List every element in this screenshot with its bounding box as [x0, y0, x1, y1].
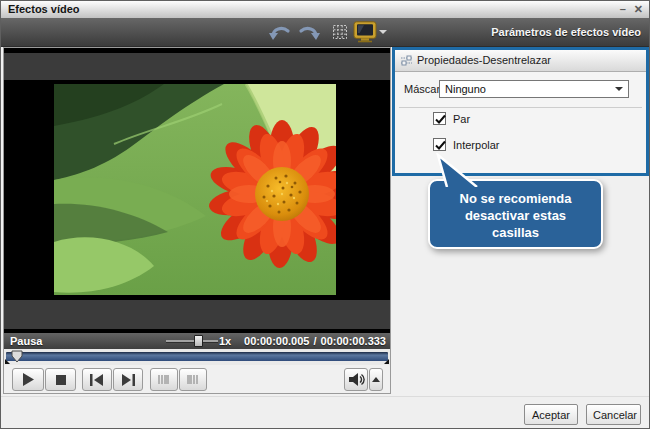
play-icon	[23, 373, 34, 386]
step-back-button[interactable]	[150, 368, 178, 391]
properties-title: Propiedades-Desentrelazar	[417, 50, 551, 71]
interpolar-checkbox-label: Interpolar	[453, 139, 499, 151]
trim-marker-right	[384, 359, 389, 364]
par-checkbox-label: Par	[453, 113, 470, 125]
previous-frame-icon	[90, 374, 104, 386]
check-icon	[434, 139, 447, 152]
check-icon	[434, 113, 447, 126]
time-separator: /	[313, 335, 316, 347]
step-back-icon	[158, 373, 171, 386]
panel-heading: Parámetros de efectos vídeo	[491, 18, 641, 46]
previous-frame-button[interactable]	[82, 368, 112, 391]
speaker-icon	[348, 372, 365, 387]
checkbox-row-interpolar[interactable]: Interpolar	[433, 138, 499, 151]
cancel-button[interactable]: Cancelar	[586, 404, 641, 425]
volume-popup-button[interactable]	[369, 368, 383, 391]
trim-marker-left	[5, 359, 10, 364]
stop-button[interactable]	[45, 368, 76, 391]
mask-dropdown[interactable]: Ninguno	[439, 80, 629, 98]
toolbar: Parámetros de efectos vídeo	[1, 18, 649, 47]
redo-icon[interactable]	[296, 18, 322, 46]
title-bar: Efectos vídeo – ✕	[1, 1, 649, 19]
time-display: 00:00:00.005 / 00:00:00.333	[244, 333, 386, 349]
letterbox-bottom	[4, 300, 390, 329]
next-frame-icon	[121, 374, 135, 386]
play-button[interactable]	[12, 368, 44, 391]
monitor-icon[interactable]	[352, 18, 378, 46]
checkbox-row-par[interactable]: Par	[433, 112, 470, 125]
chevron-down-icon	[615, 87, 623, 91]
grid-icon[interactable]	[330, 18, 350, 46]
step-forward-button[interactable]	[179, 368, 207, 391]
close-button[interactable]: ✕	[634, 2, 643, 16]
callout-tail	[429, 153, 485, 187]
interpolar-checkbox[interactable]	[433, 138, 446, 151]
bottom-bar: Aceptar Cancelar	[1, 396, 649, 429]
mask-dropdown-value: Ninguno	[445, 81, 486, 97]
time-total: 00:00:00.333	[321, 335, 386, 347]
window-title: Efectos vídeo	[8, 3, 80, 15]
next-frame-button[interactable]	[113, 368, 143, 391]
seek-bar[interactable]	[6, 352, 388, 361]
par-checkbox[interactable]	[433, 112, 446, 125]
preview-pane: Pausa 1x 00:00:00.005 / 00:00:00.333	[3, 47, 391, 394]
seek-area	[4, 349, 390, 365]
speed-value: 1x	[219, 333, 231, 349]
time-current: 00:00:00.005	[244, 335, 309, 347]
video-screen	[4, 48, 390, 333]
separator	[399, 107, 642, 108]
video-frame-flower	[54, 84, 336, 295]
properties-header: Propiedades-Desentrelazar	[395, 50, 646, 72]
properties-icon	[400, 54, 413, 67]
transport-bar	[4, 365, 390, 393]
stop-icon	[56, 375, 66, 385]
up-arrow-icon	[372, 377, 380, 382]
letterbox-top	[4, 53, 390, 80]
minimize-button[interactable]: –	[620, 2, 626, 16]
callout-line-1: No se recomienda	[430, 190, 601, 207]
playback-status: Pausa	[10, 333, 42, 349]
callout-line-2: desactivar estas	[430, 207, 601, 224]
effects-video-dialog: Efectos vídeo – ✕	[0, 0, 650, 429]
undo-icon[interactable]	[267, 18, 293, 46]
callout-line-3: casillas	[430, 224, 601, 241]
speed-slider-track[interactable]	[166, 340, 218, 343]
accept-button[interactable]: Aceptar	[524, 404, 578, 425]
step-forward-icon	[187, 373, 200, 386]
seek-thumb[interactable]	[11, 350, 24, 363]
callout-tooltip: No se recomienda desactivar estas casill…	[428, 179, 603, 249]
volume-button[interactable]	[344, 368, 368, 391]
playback-status-bar: Pausa 1x 00:00:00.005 / 00:00:00.333	[4, 333, 390, 349]
speed-slider-handle[interactable]	[194, 335, 203, 347]
monitor-dropdown-arrow[interactable]	[377, 18, 389, 46]
